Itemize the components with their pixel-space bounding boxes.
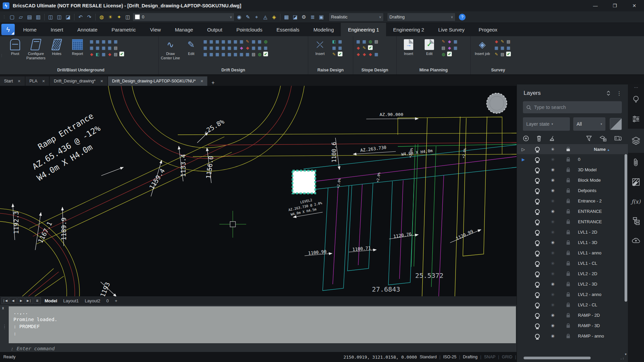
layer-row[interactable]: ✳LVL2 - CL <box>517 300 628 310</box>
layer-row[interactable]: ✳LVL2 - 3D <box>517 279 628 289</box>
undo-icon[interactable]: ↶ <box>76 13 85 21</box>
tool-icon[interactable]: ▦ <box>226 51 232 57</box>
layer-lock-toggle[interactable] <box>560 334 576 338</box>
properties-list-icon[interactable]: ≣ <box>309 13 317 21</box>
big-button-edit[interactable]: ✎Edit <box>181 38 201 56</box>
layer-state-dropdown[interactable]: Layer state▾ <box>523 117 570 131</box>
tool-icon[interactable]: ✔ <box>338 52 342 56</box>
layer-lock-toggle[interactable] <box>560 324 576 328</box>
layer-freeze-toggle[interactable]: ✳ <box>545 334 560 339</box>
layer-lock-toggle[interactable] <box>560 261 576 265</box>
big-button-pivot[interactable]: Pivot <box>5 38 25 56</box>
layer-freeze-toggle[interactable]: ✳ <box>545 157 560 162</box>
layer-freeze-toggle[interactable]: ✳ <box>545 261 560 266</box>
layer-search-input[interactable]: Type to search <box>523 101 622 113</box>
close-tab-icon[interactable]: ✕ <box>17 79 20 83</box>
layer-row[interactable]: ✳RAMP - 2D <box>517 310 628 320</box>
image-icon[interactable]: ▣ <box>317 13 325 21</box>
layer-on-toggle[interactable] <box>530 251 545 255</box>
tool-icon[interactable]: ▦ <box>505 45 512 51</box>
tool-icon[interactable]: ▦ <box>113 38 119 45</box>
close-tab-icon[interactable]: ✕ <box>200 79 203 83</box>
layer-row[interactable]: ✳LVL1 - CL <box>517 258 628 268</box>
tool-icon[interactable]: ▦ <box>101 51 107 57</box>
layer-row[interactable]: ✳Block Mode <box>517 175 628 185</box>
tool-icon[interactable]: ▦ <box>251 38 257 45</box>
layer-freeze-toggle[interactable]: ✳ <box>545 323 560 328</box>
first-layout-icon[interactable]: ❘◀ <box>1 297 9 304</box>
big-button-insert-job[interactable]: ◈Insert job <box>473 38 492 56</box>
open-icon[interactable]: ▱ <box>17 13 25 21</box>
tool-icon[interactable]: ▦ <box>214 51 220 57</box>
tool-icon[interactable]: ✎ <box>245 38 251 45</box>
tool-icon[interactable]: ▦ <box>208 45 214 51</box>
next-layout-icon[interactable]: ▶ <box>17 297 25 304</box>
ribbon-tab-annotate[interactable]: Annotate <box>70 23 105 36</box>
status-toggle-grid[interactable]: GRID <box>499 355 515 359</box>
document-tab[interactable]: PLA✕ <box>25 76 49 86</box>
tool-icon[interactable]: ▦ <box>89 38 95 45</box>
ribbon-tab-live-survey[interactable]: Live Survey <box>431 23 472 36</box>
last-layout-icon[interactable]: ▶❘ <box>25 297 33 304</box>
close-tab-icon[interactable]: ✕ <box>100 79 103 83</box>
status-toggle-standard[interactable]: Standard <box>417 355 439 359</box>
command-grip-icon[interactable]: ⋮⋮ <box>3 325 6 328</box>
selected-insert-block[interactable] <box>292 171 315 193</box>
batch-plot-icon[interactable]: ◫ <box>55 13 63 21</box>
ribbon-tab-engineering-2[interactable]: Engineering 2 <box>386 23 431 36</box>
command-close-button[interactable]: x <box>2 306 4 310</box>
layer-lock-toggle[interactable] <box>560 282 576 286</box>
tool-icon[interactable]: ◍ <box>263 38 269 45</box>
tool-icon[interactable]: ◆ <box>89 51 95 57</box>
layer-on-toggle[interactable] <box>530 209 545 214</box>
hatch-icon[interactable] <box>628 172 644 192</box>
printer-icon[interactable]: ◫ <box>124 13 132 21</box>
layout-list-icon[interactable]: ≣ <box>34 297 41 304</box>
tool-icon[interactable]: ▤ <box>499 51 505 57</box>
tool-icon[interactable]: ▦ <box>257 45 263 51</box>
layer-row[interactable]: ✳RAMP - anno <box>517 331 628 341</box>
eraser-icon[interactable]: ◪ <box>291 13 299 21</box>
layers-icon[interactable] <box>628 129 644 153</box>
cloud-upload-icon[interactable] <box>628 231 644 250</box>
match-properties-icon[interactable]: ✎ <box>244 13 252 21</box>
sun-icon[interactable]: ☀ <box>106 13 114 21</box>
status-toggle-iso-25[interactable]: ISO-25 <box>440 355 459 359</box>
tool-icon[interactable]: ◍ <box>257 51 263 57</box>
tool-icon[interactable]: ▦ <box>95 38 101 45</box>
tool-icon[interactable]: ▦ <box>257 38 263 45</box>
layer-on-toggle[interactable] <box>530 272 545 276</box>
big-button-insert[interactable]: →Insert <box>399 38 418 56</box>
drawing-canvas[interactable]: Ramp EntranceAZ.65.436 @ -12%W4.0m X H4.… <box>0 86 517 296</box>
layer-filter-dropdown[interactable]: All▾ <box>573 117 605 131</box>
tool-icon[interactable]: ▦ <box>226 38 232 45</box>
merge-layers-icon[interactable] <box>600 135 606 141</box>
minimize-button[interactable]: — <box>586 0 605 11</box>
layer-row[interactable]: ✳Entrance - 2 <box>517 196 628 206</box>
layer-on-toggle[interactable] <box>530 168 545 172</box>
layer-freeze-toggle[interactable]: ✳ <box>545 167 560 173</box>
layer-lock-toggle[interactable] <box>560 230 576 234</box>
horizontal-scrollbar[interactable] <box>524 357 591 359</box>
stamp-icon[interactable]: ◉ <box>235 13 243 21</box>
big-button-insert[interactable]: ⤫Insert <box>310 38 330 56</box>
panel-collapse-icon[interactable] <box>606 90 610 96</box>
close-tab-icon[interactable]: ✕ <box>42 79 45 83</box>
layer-row[interactable]: ✳LVL1 - 3D <box>517 237 628 248</box>
prev-layout-icon[interactable]: ◀ <box>9 297 17 304</box>
ribbon-tab-manage[interactable]: Manage <box>168 23 200 36</box>
tool-icon[interactable]: ▦ <box>202 51 208 57</box>
layer-lock-toggle[interactable] <box>560 293 576 297</box>
status-toggle-drafting[interactable]: Drafting <box>460 355 480 359</box>
layer-dropdown[interactable]: 0∨ <box>132 13 234 21</box>
layer-freeze-toggle[interactable]: ✳ <box>545 313 560 318</box>
layer-on-toggle[interactable] <box>530 313 545 318</box>
tool-icon[interactable]: ▦ <box>238 38 245 45</box>
layer-on-toggle[interactable] <box>530 303 545 307</box>
layout-tab-layout1[interactable]: Layout1 <box>60 298 82 303</box>
layer-list-header[interactable]: ▷ ✳ Name ▲ <box>517 144 628 154</box>
tool-icon[interactable]: ◍ <box>367 38 373 45</box>
layer-lock-toggle[interactable] <box>560 199 576 203</box>
constraints-icon[interactable]: ◬ <box>261 13 269 21</box>
tool-icon[interactable]: ✎ <box>361 45 367 51</box>
